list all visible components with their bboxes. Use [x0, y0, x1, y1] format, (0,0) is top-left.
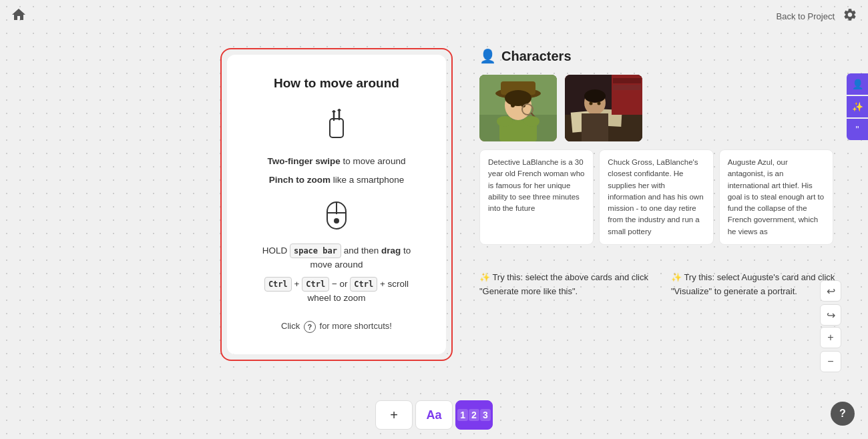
numbered-display: 1 2 3	[457, 409, 490, 421]
top-bar: Back to Project	[0, 0, 868, 32]
zoom-instruction: Ctrl + Ctrl − or Ctrl + scroll wheel to …	[254, 277, 419, 305]
shortcut-hint: Click ? for more shortcuts!	[254, 321, 419, 333]
svg-rect-25	[613, 78, 641, 83]
svg-point-19	[523, 116, 539, 127]
detective-card[interactable]: Detective LaBlanche is a 30 year old Fre…	[479, 149, 594, 245]
help-button[interactable]: ?	[831, 402, 855, 426]
text-tool-button[interactable]: Aa	[415, 400, 453, 430]
auguste-card[interactable]: Auguste Azul, our antagonist, is an inte…	[719, 149, 833, 245]
mouse-icon	[324, 201, 349, 233]
sidebar-characters-btn[interactable]: 👤	[847, 73, 868, 95]
svg-point-6	[335, 219, 339, 223]
ctrl2-kbd: Ctrl	[302, 277, 329, 292]
back-to-project-link[interactable]: Back to Project	[777, 11, 835, 21]
settings-icon[interactable]	[843, 7, 857, 25]
numbered-tool-button[interactable]: 1 2 3	[455, 400, 493, 430]
chuck-card[interactable]: Chuck Gross, LaBlanche's closest confida…	[599, 149, 713, 245]
undo-redo-controls: ↩ ↪	[820, 280, 841, 326]
drag-instruction: HOLD space bar and then drag to move aro…	[254, 244, 419, 272]
bottom-toolbar: + Aa 1 2 3	[375, 400, 493, 430]
svg-point-13	[511, 103, 515, 107]
swipe-instruction: Two-finger swipe to move around	[254, 155, 419, 168]
mouse-instructions: HOLD space bar and then drag to move aro…	[254, 244, 419, 306]
svg-point-31	[598, 102, 601, 105]
help-icon: ?	[839, 408, 846, 420]
num-1: 1	[457, 409, 468, 421]
try-hint-2-text: ✨ Try this: select Auguste's card and cl…	[671, 272, 835, 296]
chuck-description: Chuck Gross, LaBlanche's closest confida…	[608, 158, 703, 236]
num-2: 2	[469, 409, 479, 421]
zoom-out-button[interactable]: −	[820, 351, 841, 372]
svg-rect-26	[613, 85, 641, 90]
svg-rect-29	[582, 113, 608, 141]
zoom-in-button[interactable]: +	[820, 327, 841, 348]
detective-description: Detective LaBlanche is a 30 year old Fre…	[488, 158, 584, 212]
character-cards: Detective LaBlanche is a 30 year old Fre…	[479, 149, 833, 245]
characters-header: 👤 Characters	[479, 48, 833, 64]
try-hint-1-text: ✨ Try this: select the above cards and c…	[479, 272, 648, 296]
add-element-button[interactable]: +	[375, 400, 413, 430]
try-hints-section: ✨ Try this: select the above cards and c…	[479, 271, 847, 299]
auguste-description: Auguste Azul, our antagonist, is an inte…	[728, 158, 825, 236]
detective-image[interactable]	[479, 75, 557, 141]
shortcut-question-mark: ?	[304, 321, 316, 333]
num-3: 3	[480, 409, 491, 421]
ctrl3-kbd: Ctrl	[350, 277, 377, 292]
redo-button[interactable]: ↪	[820, 304, 841, 326]
svg-point-30	[590, 102, 593, 105]
pinch-instruction: Pinch to zoom like a smartphone	[254, 173, 419, 187]
characters-panel: 👤 Characters	[479, 48, 833, 245]
character-images	[479, 75, 833, 141]
gesture-instructions: Two-finger swipe to move around Pinch to…	[254, 155, 419, 187]
characters-emoji-icon: 👤	[479, 48, 496, 64]
gesture-icon	[320, 107, 353, 144]
undo-button[interactable]: ↩	[820, 280, 841, 302]
characters-title: Characters	[501, 49, 572, 64]
top-right: Back to Project	[777, 7, 857, 25]
text-icon: Aa	[426, 408, 441, 422]
tutorial-card: How to move around Two-finger swipe to m…	[227, 55, 446, 354]
add-icon: +	[390, 408, 398, 423]
zoom-controls: + −	[820, 327, 841, 372]
svg-rect-0	[330, 119, 343, 137]
home-icon[interactable]	[11, 7, 27, 25]
ctrl1-kbd: Ctrl	[264, 277, 292, 292]
svg-point-28	[584, 89, 606, 103]
try-hint-1: ✨ Try this: select the above cards and c…	[479, 271, 655, 299]
right-sidebar: 👤 ✨ "	[847, 73, 868, 140]
sidebar-generate-btn[interactable]: ✨	[847, 96, 868, 117]
chuck-image[interactable]	[565, 75, 642, 141]
spacebar-kbd: space bar	[290, 244, 341, 258]
svg-point-18	[497, 116, 513, 127]
sidebar-quote-btn[interactable]: "	[847, 119, 868, 140]
tutorial-card-wrapper: How to move around Two-finger swipe to m…	[220, 48, 453, 361]
tutorial-title: How to move around	[254, 76, 419, 91]
